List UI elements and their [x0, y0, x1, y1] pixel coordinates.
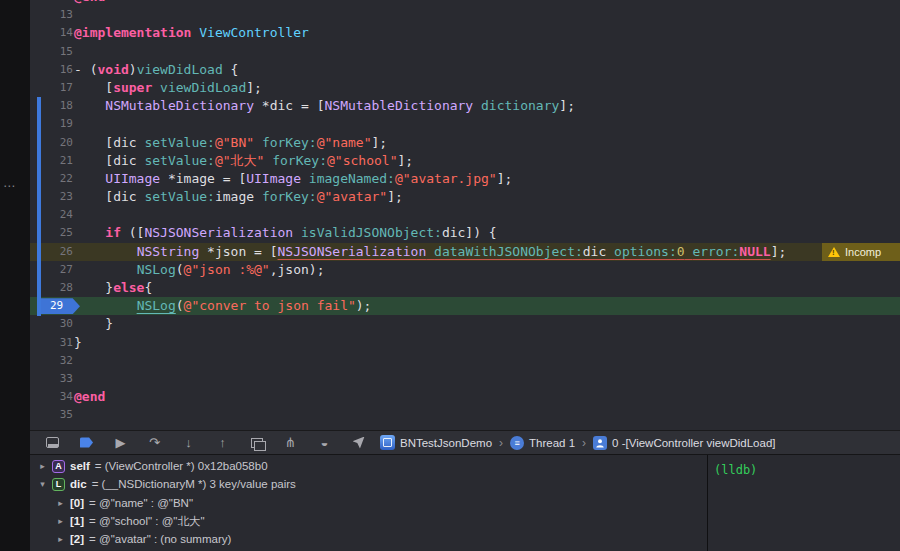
line-number-gutter[interactable]: 34	[30, 388, 74, 406]
source-editor[interactable]: 12@end1314@implementation ViewController…	[30, 0, 900, 430]
line-number[interactable]: 24	[60, 208, 74, 221]
variables-view[interactable]: ▸Aself= (ViewController *) 0x12ba058b0▾L…	[30, 455, 707, 551]
code-line[interactable]: 24	[30, 206, 900, 224]
line-number[interactable]: 20	[60, 136, 74, 149]
code-line[interactable]: 22 UIImage *image = [UIImage imageNamed:…	[30, 170, 900, 188]
line-number[interactable]: 33	[60, 372, 74, 385]
line-number[interactable]: 18	[60, 99, 74, 112]
disclosure-triangle-icon[interactable]: ▾	[38, 479, 47, 489]
breakpoints-toggle-button[interactable]	[79, 435, 94, 450]
memory-graph-button[interactable]: ⋔	[283, 435, 298, 450]
code-line[interactable]: 16- (void)viewDidLoad {	[30, 61, 900, 79]
line-number[interactable]: 22	[60, 172, 74, 185]
line-number[interactable]: 32	[60, 354, 74, 367]
line-number[interactable]: 25	[60, 226, 74, 239]
line-number[interactable]: 34	[60, 390, 74, 403]
line-number[interactable]: 35	[60, 408, 74, 421]
line-number-gutter[interactable]: 13	[30, 6, 74, 24]
line-number[interactable]: 21	[60, 154, 74, 167]
variable-value: = @"avatar" : (no summary)	[89, 533, 231, 545]
jump-bar-thread[interactable]: ≡ Thread 1	[510, 436, 575, 450]
variables-rows: ▸Aself= (ViewController *) 0x12ba058b0▾L…	[30, 455, 707, 551]
line-number[interactable]: 14	[60, 26, 74, 39]
code-line[interactable]: 33	[30, 370, 900, 388]
code-text: - (void)viewDidLoad {	[74, 61, 900, 79]
code-line[interactable]: 19	[30, 115, 900, 133]
code-line[interactable]: 29 NSLog(@"conver to json fail");	[30, 297, 900, 315]
line-number[interactable]: 30	[60, 317, 74, 330]
line-number[interactable]: 15	[60, 45, 74, 58]
code-text: }	[74, 315, 900, 333]
line-number[interactable]: 19	[60, 117, 74, 130]
line-number-gutter[interactable]: 32	[30, 352, 74, 370]
line-number-gutter[interactable]: 31	[30, 334, 74, 352]
disclosure-triangle-icon[interactable]: ▸	[56, 516, 65, 526]
code-line[interactable]: 26 NSString *json = [NSJSONSerialization…	[30, 243, 900, 261]
code-line[interactable]: 18 NSMutableDictionary *dic = [NSMutable…	[30, 97, 900, 115]
variable-row[interactable]: ▸[2]= @"avatar" : (no summary)	[30, 530, 707, 548]
code-line[interactable]: 25 if ([NSJSONSerialization isValidJSONO…	[30, 224, 900, 242]
view-hierarchy-button[interactable]	[249, 435, 264, 450]
line-number[interactable]: 23	[60, 190, 74, 203]
lldb-prompt: (lldb)	[714, 463, 757, 477]
variable-row[interactable]: ▸[0]= @"name" : @"BN"	[30, 494, 707, 512]
code-line[interactable]: 14@implementation ViewController	[30, 24, 900, 42]
variable-row[interactable]: ▸[1]= @"school" : @"北大"	[30, 512, 707, 530]
code-line[interactable]: 17 [super viewDidLoad];	[30, 79, 900, 97]
step-over-button[interactable]: ↷	[147, 435, 162, 450]
disclosure-triangle-icon[interactable]: ▸	[38, 461, 47, 471]
hide-debug-area-button[interactable]	[45, 435, 60, 450]
breakpoint-marker[interactable]: 29	[39, 298, 80, 314]
code-line[interactable]: 32	[30, 352, 900, 370]
line-number[interactable]: 27	[60, 263, 74, 276]
disclosure-triangle-icon[interactable]: ▸	[56, 498, 65, 508]
code-line[interactable]: 34@end	[30, 388, 900, 406]
variable-row[interactable]: ▾Ldic= (__NSDictionaryM *) 3 key/value p…	[30, 475, 707, 493]
line-number[interactable]: 13	[60, 8, 74, 21]
code-line[interactable]: 20 [dic setValue:@"BN" forKey:@"name"];	[30, 134, 900, 152]
code-line[interactable]: 21 [dic setValue:@"北大" forKey:@"school"]…	[30, 152, 900, 170]
line-number-gutter[interactable]: 14	[30, 24, 74, 42]
simulate-location-button[interactable]	[351, 435, 366, 450]
code-line[interactable]: 35	[30, 406, 900, 424]
disclosure-triangle-icon[interactable]: ▸	[56, 534, 65, 544]
overflow-ellipsis-icon[interactable]: ⋯	[3, 179, 15, 193]
code-line[interactable]: 13	[30, 6, 900, 24]
line-number-gutter[interactable]: 33	[30, 370, 74, 388]
line-number[interactable]: 28	[60, 281, 74, 294]
variable-value: = (ViewController *) 0x12ba058b0	[95, 460, 268, 472]
jump-bar-project[interactable]: BNTestJsonDemo	[380, 435, 492, 450]
code-text	[74, 206, 900, 224]
app-icon	[380, 435, 395, 450]
code-line[interactable]: 27 NSLog(@"json :%@",json);	[30, 261, 900, 279]
code-text: NSLog(@"conver to json fail");	[74, 297, 900, 315]
step-out-button[interactable]: ↑	[215, 435, 230, 450]
jump-bar-frame[interactable]: 0 -[ViewController viewDidLoad]	[593, 436, 775, 450]
code-line[interactable]: 23 [dic setValue:image forKey:@"avatar"]…	[30, 188, 900, 206]
line-number-gutter[interactable]: 35	[30, 406, 74, 424]
code-text	[74, 115, 900, 133]
line-number[interactable]: 16	[60, 63, 74, 76]
warning-badge[interactable]: Incomp	[822, 243, 900, 261]
code-line[interactable]: 31}	[30, 334, 900, 352]
code-text	[74, 43, 900, 61]
code-line[interactable]: 30 }	[30, 315, 900, 333]
code-line[interactable]: 28 }else{	[30, 279, 900, 297]
line-number-gutter[interactable]: 17	[30, 79, 74, 97]
environment-overrides-button[interactable]: ◒	[317, 435, 332, 450]
line-number-gutter[interactable]: 16	[30, 61, 74, 79]
line-number-gutter[interactable]: 30	[30, 315, 74, 333]
line-number[interactable]: 31	[60, 336, 74, 349]
variable-row[interactable]: ▸Aself= (ViewController *) 0x12ba058b0	[30, 457, 707, 475]
code-line[interactable]: 15	[30, 43, 900, 61]
project-name: BNTestJsonDemo	[400, 437, 492, 449]
step-into-button[interactable]: ↓	[181, 435, 196, 450]
continue-button[interactable]: ▶	[113, 435, 128, 450]
line-number-gutter[interactable]: 15	[30, 43, 74, 61]
console-view[interactable]: (lldb)	[707, 455, 900, 551]
line-number[interactable]: 26	[60, 245, 74, 258]
line-number[interactable]: 17	[60, 81, 74, 94]
code-text: NSMutableDictionary *dic = [NSMutableDic…	[74, 97, 900, 115]
line-number[interactable]: 12	[60, 0, 74, 3]
chevron-separator-icon: ›	[499, 436, 503, 450]
